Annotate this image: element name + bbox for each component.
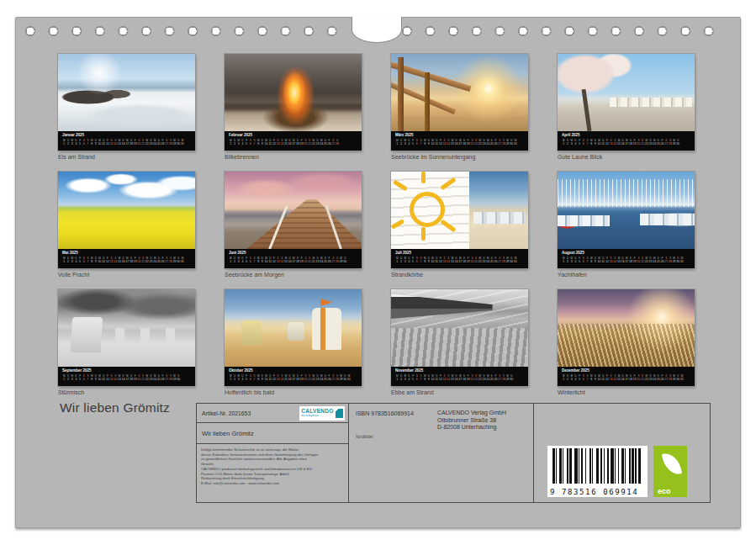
author-credit: Nordbilder [356, 435, 373, 439]
mini-calendar: Oktober 2025 MDMDFSSMDMDFSSMDMDFSSMDMDFS… [225, 367, 362, 386]
month-label: Mai 2025 [62, 251, 191, 255]
eco-badge: eco [653, 446, 687, 497]
month-cell-september: September 2025 MDMDFSSMDMDFSSMDMDFSSMDMD… [58, 289, 195, 395]
month-caption: Gute Laune Blick [558, 154, 695, 160]
photo-biikebrennen [225, 54, 362, 131]
month-thumbnail: Juli 2025 MDMDFSSMDMDFSSMDMDFSSMDMDFSSMD… [391, 172, 528, 268]
mini-calendar: November 2025 MDMDFSSMDMDFSSMDMDFSSMDMDF… [391, 367, 528, 386]
day-numbers-row: 1234567891011121314151617181920212223242… [229, 260, 357, 264]
month-cell-april: April 2025 MDMDFSSMDMDFSSMDMDFSSMDMDFSSM… [558, 54, 695, 160]
photo-stuermisch [58, 289, 195, 367]
painted-sun-icon [410, 192, 445, 227]
legal-text: Infolge bestehender Schutzrechte ist es … [197, 444, 348, 502]
month-label: Dezember 2025 [562, 368, 690, 373]
photo-volle-pracht [58, 172, 195, 249]
article-number-row: Artikel-Nr. 2021653 CALVENDO das verlags… [197, 404, 348, 423]
day-numbers-row: 1234567891011121314151617181920212223242… [229, 142, 357, 146]
month-thumbnail: Dezember 2025 MDMDFSSMDMDFSSMDMDFSSMDMDF… [558, 289, 695, 386]
photo-ebbe-am-strand [391, 289, 528, 367]
month-cell-maerz: März 2025 MDMDFSSMDMDFSSMDMDFSSMDMDFSSMD… [391, 54, 528, 160]
calvendo-logo-icon [336, 409, 343, 418]
spiral-binding-holes-right [401, 25, 714, 37]
info-column-middle: ISBN 9783516069914 Nordbilder CALVENDO V… [349, 404, 534, 502]
day-numbers-row: 1234567891011121314151617181920212223242… [395, 378, 524, 382]
month-label: April 2025 [562, 133, 690, 137]
month-label: November 2025 [395, 368, 524, 373]
photo-decor [288, 322, 304, 341]
article-number: Artikel-Nr. 2021653 [202, 410, 251, 416]
spiral-binding-holes-left [24, 25, 350, 37]
mini-calendar: September 2025 MDMDFSSMDMDFSSMDMDFSSMDMD… [58, 367, 195, 386]
photo-decor [610, 98, 692, 107]
month-thumbnail: August 2025 MDMDFSSMDMDFSSMDMDFSSMDMDFSS… [558, 172, 695, 268]
month-caption: Volle Pracht [58, 272, 195, 278]
day-numbers-row: 1234567891011121314151617181920212223242… [229, 378, 357, 382]
mini-calendar: Juni 2025 MDMDFSSMDMDFSSMDMDFSSMDMDFSSMD… [225, 249, 362, 268]
barcode-digits: 9 783516 069914 [550, 488, 638, 496]
photo-decor [640, 214, 695, 226]
month-cell-juli: Juli 2025 MDMDFSSMDMDFSSMDMDFSSMDMDFSSMD… [391, 172, 528, 278]
calendar-back-cover: Januar 2025 MDMDFSSMDMDFSSMDMDFSSMDMDFSS… [15, 17, 741, 528]
month-label: Februar 2025 [229, 133, 357, 137]
mini-calendar: August 2025 MDMDFSSMDMDFSSMDMDFSSMDMDFSS… [558, 249, 695, 268]
photo-decor [558, 215, 610, 227]
month-cell-februar: Februar 2025 MDMDFSSMDMDFSSMDMDFSSMDMDFS… [225, 54, 362, 160]
eco-label: eco [658, 487, 671, 495]
day-numbers-row: 1234567891011121314151617181920212223242… [562, 260, 690, 264]
month-cell-august: August 2025 MDMDFSSMDMDFSSMDMDFSSMDMDFSS… [558, 172, 695, 278]
month-caption: Seebrücke im Sonnenuntergang [391, 154, 528, 160]
day-numbers-row: 1234567891011121314151617181920212223242… [395, 142, 524, 146]
day-numbers-row: 1234567891011121314151617181920212223242… [62, 260, 191, 264]
sun-ray [421, 172, 426, 183]
photo-decor [115, 328, 189, 341]
photo-decor [246, 199, 362, 249]
day-numbers-row: 1234567891011121314151617181920212223242… [562, 378, 690, 382]
month-label: Juni 2025 [229, 251, 357, 255]
month-caption: Winterlicht [558, 389, 695, 395]
photo-eis-am-strand [58, 54, 195, 131]
photo-decor [241, 320, 262, 345]
mini-calendar: Mai 2025 MDMDFSSMDMDFSSMDMDFSSMDMDFSSMDM… [58, 249, 195, 268]
product-title-cell: Wir lieben Grömitz [197, 423, 348, 444]
month-label: September 2025 [62, 368, 191, 373]
month-caption: Hoffentlich bis bald [225, 389, 362, 395]
mini-calendar: Dezember 2025 MDMDFSSMDMDFSSMDMDFSSMDMDF… [558, 367, 695, 386]
publisher-address: CALVENDO Verlag GmbH Ottobrunner Straße … [437, 410, 506, 431]
photo-decor [391, 328, 528, 367]
photo-decor [582, 89, 592, 131]
day-numbers-row: 1234567891011121314151617181920212223242… [395, 260, 524, 264]
month-cell-dezember: Dezember 2025 MDMDFSSMDMDFSSMDMDFSSMDMDF… [558, 289, 695, 395]
day-numbers-row: 1234567891011121314151617181920212223242… [62, 378, 191, 382]
month-thumbnail: Februar 2025 MDMDFSSMDMDFSSMDMDFSSMDMDFS… [225, 54, 362, 151]
month-thumbnail: April 2025 MDMDFSSMDMDFSSMDMDFSSMDMDFSSM… [558, 54, 695, 151]
calvendo-wordmark: CALVENDO das verlagshaus [301, 409, 333, 417]
photo-winterlicht [558, 289, 695, 367]
month-cell-mai: Mai 2025 MDMDFSSMDMDFSSMDMDFSSMDMDFSSMDM… [58, 172, 195, 278]
photo-hoffentlich-bis-bald [225, 289, 362, 367]
month-thumbnail: Mai 2025 MDMDFSSMDMDFSSMDMDFSSMDMDFSSMDM… [58, 172, 195, 268]
month-cell-juni: Juni 2025 MDMDFSSMDMDFSSMDMDFSSMDMDFSSMD… [225, 172, 362, 278]
hanger-cutout [352, 17, 402, 43]
month-caption: Strandkörbe [391, 272, 528, 278]
isbn-number: ISBN 9783516069914 [356, 410, 414, 416]
calvendo-logo: CALVENDO das verlagshaus [299, 406, 345, 421]
mini-calendar: Januar 2025 MDMDFSSMDMDFSSMDMDFSSMDMDFSS… [58, 131, 195, 151]
month-caption: Yachthafen [558, 272, 695, 278]
month-thumbnail: März 2025 MDMDFSSMDMDFSSMDMDFSSMDMDFSSMD… [391, 54, 528, 151]
month-cell-november: November 2025 MDMDFSSMDMDFSSMDMDFSSMDMDF… [391, 289, 528, 395]
mini-calendar: Februar 2025 MDMDFSSMDMDFSSMDMDFSSMDMDFS… [225, 131, 362, 151]
product-info-table: Artikel-Nr. 2021653 CALVENDO das verlags… [196, 403, 711, 503]
month-thumbnail: November 2025 MDMDFSSMDMDFSSMDMDFSSMDMDF… [391, 289, 528, 386]
month-label: Oktober 2025 [229, 368, 357, 373]
day-numbers-row: 1234567891011121314151617181920212223242… [562, 142, 690, 146]
month-thumbnail-grid: Januar 2025 MDMDFSSMDMDFSSMDMDFSSMDMDFSS… [58, 54, 695, 395]
photo-decor [71, 317, 103, 352]
month-thumbnail: Juni 2025 MDMDFSSMDMDFSSMDMDFSSMDMDFSSMD… [225, 172, 362, 268]
info-column-right: 9 783516 069914 eco [534, 404, 710, 502]
leaf-icon [662, 451, 682, 476]
photo-yachthafen [558, 172, 695, 249]
page-title: Wir lieben Grömitz [60, 400, 170, 415]
month-caption: Stürmisch [58, 389, 195, 395]
mini-calendar: April 2025 MDMDFSSMDMDFSSMDMDFSSMDMDFSSM… [558, 131, 695, 151]
photo-decor [558, 324, 695, 367]
